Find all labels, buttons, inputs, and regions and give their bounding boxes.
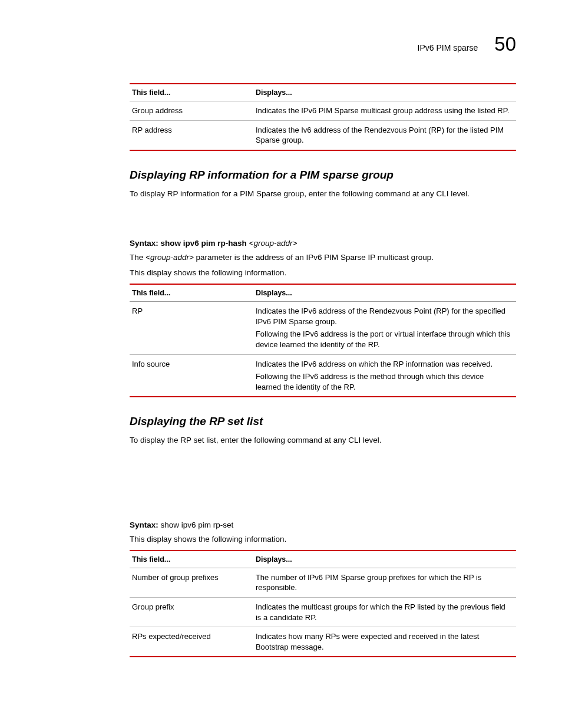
syntax-line-rp-set: Syntax: show ipv6 pim rp-set [130,521,516,529]
table-header-displays: Displays... [253,84,516,101]
section1-param: The <group-addr> parameter is the addres… [130,252,516,263]
table-row: RPs expected/received Indicates how many… [130,627,516,657]
cell-field: Group prefix [130,598,253,627]
table-rp-info: This field... Displays... RP Indicates t… [130,284,516,397]
param-post: parameter is the address of an IPv6 PIM … [194,253,434,262]
syntax-label: Syntax: [130,239,158,248]
table-header-field: This field... [130,551,253,568]
section2-intro: To display the RP set list, enter the fo… [130,435,516,446]
cell-field: Info source [130,354,253,397]
param-arg: <group-addr> [146,253,194,262]
table-rp-set: This field... Displays... Number of grou… [130,550,516,657]
section2-followup: This display shows the following informa… [130,534,516,545]
cell-display: Indicates the IPv6 address on which the … [253,354,516,397]
chapter-number: 50 [494,34,516,54]
cell-display: Indicates how many RPs were expected and… [253,627,516,657]
page: IPv6 PIM sparse 50 This field... Display… [0,0,562,710]
table-row: RP address Indicates the Iv6 address of … [130,120,516,150]
table-row: Group address Indicates the IPv6 PIM Spa… [130,101,516,121]
table-row: RP Indicates the IPv6 address of the Ren… [130,302,516,354]
syntax-command: show ipv6 pim rp-set [161,521,234,529]
cell-display: Indicates the IPv6 address of the Rendez… [253,302,516,354]
section-heading-rp-info: Displaying RP information for a PIM spar… [130,169,516,182]
cell-field: Number of group prefixes [130,568,253,597]
spacer [130,451,516,516]
spacer [130,205,516,234]
cell-display: Indicates the multicast groups for which… [253,598,516,627]
table-header-displays: Displays... [253,551,516,568]
page-header: IPv6 PIM sparse 50 [130,34,516,54]
table-header-field: This field... [130,284,253,302]
cell-display: Indicates the IPv6 PIM Sparse multicast … [253,101,516,121]
section1-followup: This display shows the following informa… [130,268,516,279]
section-heading-rp-set: Displaying the RP set list [130,415,516,428]
table-group-rp: This field... Displays... Group address … [130,83,516,151]
table-row: Group prefix Indicates the multicast gro… [130,598,516,627]
cell-line: Following the IPv6 address is the port o… [256,329,511,350]
cell-field: Group address [130,101,253,121]
cell-field: RPs expected/received [130,627,253,657]
cell-display: Indicates the Iv6 address of the Rendezv… [253,120,516,150]
cell-field: RP [130,302,253,354]
header-label: IPv6 PIM sparse [418,43,478,52]
table-row: Info source Indicates the IPv6 address o… [130,354,516,397]
table-row: Number of group prefixes The number of I… [130,568,516,597]
table-header-field: This field... [130,84,253,101]
cell-line: Following the IPv6 address is the method… [256,371,511,392]
table-header-displays: Displays... [253,284,516,302]
param-pre: The [130,253,146,262]
cell-display: The number of IPv6 PIM Sparse group pref… [253,568,516,597]
section1-intro: To display RP information for a PIM Spar… [130,189,516,200]
syntax-label: Syntax: [130,521,158,529]
syntax-argument: <group-addr> [249,239,297,248]
cell-line: Indicates the IPv6 address on which the … [256,359,511,370]
syntax-line-rp-hash: Syntax: show ipv6 pim rp-hash <group-add… [130,239,516,248]
cell-field: RP address [130,120,253,150]
syntax-command: show ipv6 pim rp-hash [161,239,247,248]
cell-line: Indicates the IPv6 address of the Rendez… [256,306,511,327]
